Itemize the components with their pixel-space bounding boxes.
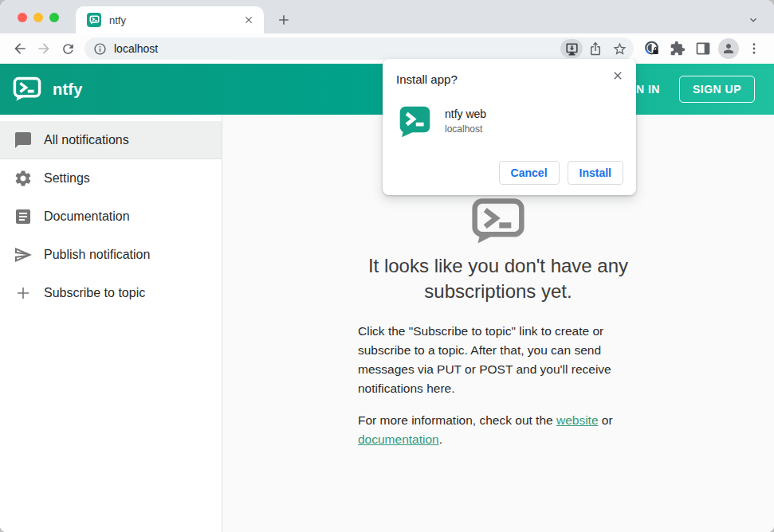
minimize-window-button[interactable] bbox=[33, 13, 43, 22]
sidebar-item-publish-notification[interactable]: Publish notification bbox=[0, 236, 222, 274]
share-icon[interactable] bbox=[584, 39, 607, 58]
info-text: For more information, check out the bbox=[358, 413, 556, 427]
document-icon bbox=[14, 207, 33, 226]
browser-tab-ntfy[interactable]: ntfy bbox=[76, 6, 264, 33]
empty-state-heading: It looks like you don't have any subscri… bbox=[343, 253, 654, 304]
sidebar-item-label: Settings bbox=[44, 171, 90, 186]
sidebar-item-all-notifications[interactable]: All notifications bbox=[0, 121, 222, 159]
browser-menu-dots-icon[interactable] bbox=[742, 37, 766, 61]
install-button[interactable]: Install bbox=[568, 161, 623, 185]
app-title: ntfy bbox=[53, 80, 82, 99]
sidebar-item-settings[interactable]: Settings bbox=[0, 159, 222, 198]
install-app-name: ntfy web bbox=[445, 108, 486, 120]
site-info-icon[interactable] bbox=[93, 42, 107, 56]
plus-icon bbox=[14, 284, 33, 303]
tab-bar: ntfy bbox=[0, 0, 774, 33]
cancel-button[interactable]: Cancel bbox=[499, 161, 560, 185]
tab-title: ntfy bbox=[109, 14, 242, 26]
macos-traffic-lights bbox=[18, 13, 59, 22]
documentation-link[interactable]: documentation bbox=[358, 432, 439, 446]
gear-icon bbox=[14, 169, 33, 188]
profile-avatar-icon[interactable] bbox=[717, 37, 741, 61]
install-dialog-title: Install app? bbox=[396, 72, 458, 86]
send-icon bbox=[14, 245, 33, 264]
password-manager-extension-icon[interactable] bbox=[640, 37, 664, 61]
sidebar-item-label: Documentation bbox=[44, 209, 130, 224]
address-bar[interactable]: localhost bbox=[84, 37, 634, 60]
sidebar-item-documentation[interactable]: Documentation bbox=[0, 198, 222, 236]
side-panel-icon[interactable] bbox=[691, 37, 715, 61]
sidebar-item-label: Publish notification bbox=[44, 248, 150, 262]
close-window-button[interactable] bbox=[18, 13, 27, 22]
dialog-close-icon[interactable] bbox=[610, 68, 626, 84]
sidebar-item-label: Subscribe to topic bbox=[44, 286, 145, 300]
tab-search-chevron-icon[interactable] bbox=[745, 12, 761, 28]
browser-window: ntfy localhost bbox=[0, 0, 774, 532]
install-dialog-buttons: Cancel Install bbox=[499, 161, 623, 185]
website-link[interactable]: website bbox=[556, 413, 599, 427]
url-text: localhost bbox=[114, 42, 559, 55]
empty-state-copy: Click the "Subscribe to topic" link to c… bbox=[358, 322, 638, 449]
bookmark-star-icon[interactable] bbox=[608, 39, 631, 58]
forward-icon[interactable] bbox=[32, 37, 56, 61]
ntfy-empty-state-logo-icon bbox=[471, 198, 525, 245]
empty-state-paragraph: Click the "Subscribe to topic" link to c… bbox=[358, 322, 638, 398]
empty-state-info-line: For more information, check out the webs… bbox=[358, 411, 638, 449]
info-text: . bbox=[439, 432, 442, 446]
sidebar-item-label: All notifications bbox=[44, 133, 129, 147]
ntfy-favicon-icon bbox=[87, 13, 101, 27]
zoom-window-button[interactable] bbox=[49, 13, 59, 22]
back-icon[interactable] bbox=[8, 37, 32, 61]
install-app-icon[interactable] bbox=[560, 39, 583, 58]
install-app-dialog: Install app? ntfy web localhost Cancel I… bbox=[383, 59, 636, 195]
install-dialog-app-text: ntfy web localhost bbox=[445, 105, 486, 135]
ntfy-logo-icon bbox=[13, 76, 41, 102]
install-app-origin: localhost bbox=[445, 123, 486, 135]
chat-icon bbox=[14, 131, 33, 150]
new-tab-button[interactable] bbox=[275, 11, 293, 29]
sidebar-item-subscribe-to-topic[interactable]: Subscribe to topic bbox=[0, 274, 222, 312]
extensions-puzzle-icon[interactable] bbox=[666, 37, 690, 61]
sign-up-button[interactable]: SIGN UP bbox=[679, 76, 755, 103]
info-text: or bbox=[599, 413, 613, 427]
ntfy-app-icon bbox=[399, 105, 431, 138]
tab-close-icon[interactable] bbox=[242, 13, 256, 27]
sidebar: All notifications Settings Documentation… bbox=[0, 115, 222, 532]
install-dialog-app-row: ntfy web localhost bbox=[399, 105, 486, 138]
reload-icon[interactable] bbox=[56, 37, 80, 61]
